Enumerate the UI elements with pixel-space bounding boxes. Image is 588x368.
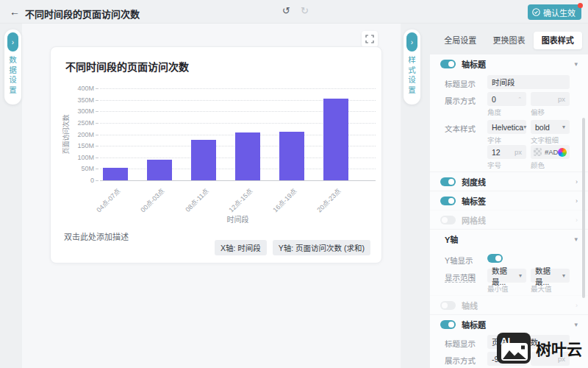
chevron-right-icon[interactable]: ›: [576, 197, 578, 205]
font-color-picker[interactable]: #ADAD: [531, 145, 570, 159]
y-axis-title-toggle[interactable]: [440, 320, 456, 329]
axis-labels-toggle[interactable]: [440, 197, 456, 205]
field-label: 展示方式: [445, 92, 487, 117]
y-tick-label: 0: [66, 177, 94, 184]
y-tick-label: 150M: [66, 142, 94, 149]
x-axis-title: 时间段: [100, 213, 376, 224]
chevron-right-icon[interactable]: ›: [406, 32, 417, 52]
sublabel-min: 最小值: [487, 283, 526, 294]
style-settings-drawer-tab[interactable]: › 样式设置: [404, 29, 420, 105]
panel-scrollbar[interactable]: [582, 118, 585, 298]
stepper-icon[interactable]: ⌃: [517, 96, 522, 102]
color-wheel-icon[interactable]: [558, 148, 567, 157]
x-tick-label: 00点-03点: [138, 186, 166, 214]
font-family-select[interactable]: Helvetica▾: [487, 120, 526, 134]
section-label: 轴标签: [462, 195, 486, 207]
bar[interactable]: [147, 160, 172, 180]
bar[interactable]: [191, 140, 216, 180]
tab-chart-style[interactable]: 图表样式: [534, 32, 582, 49]
check-circle-icon: [532, 8, 540, 16]
sublabel-size: 字号: [487, 160, 526, 170]
bar[interactable]: [235, 132, 260, 180]
caret-down-icon: ▾: [519, 272, 522, 279]
section-label: 轴标题: [462, 319, 486, 330]
redo-icon[interactable]: ↻: [301, 5, 309, 16]
field-display-mode: 展示方式 0⌃ px 角度 偏移: [430, 91, 588, 118]
section-label: Y轴: [445, 233, 458, 245]
section-tick-lines: 刻度线 ›: [430, 171, 588, 191]
caret-down-icon[interactable]: ▾: [574, 321, 578, 328]
y-tick-label: 200M: [66, 131, 94, 138]
section-label: 轴标题: [462, 58, 486, 70]
settings-panel: 全局设置 更换图表 图表样式 轴标题 ▾ 标题显示 时间段 展示方式 0⌃ px: [430, 24, 588, 368]
y-tick-label: 50M: [66, 165, 94, 172]
confirm-apply-button[interactable]: 确认生效: [528, 4, 581, 20]
y-tick-label: 350M: [66, 96, 94, 104]
tick-lines-toggle[interactable]: [440, 177, 456, 186]
gridline: [100, 180, 376, 181]
range-max-select[interactable]: 数据最...▾: [531, 269, 570, 283]
field-label: 标题显示: [445, 75, 487, 89]
fullscreen-icon: [365, 35, 374, 43]
y-tick-mark: [96, 146, 98, 146]
field-text-style: 文本样式 Helvetica▾ bold▾ 字体 文字粗细 12px #ADAD…: [430, 118, 588, 171]
section-label: 刻度线: [462, 176, 486, 188]
description-placeholder[interactable]: 双击此处添加描述: [64, 230, 129, 242]
x-tick-label: 12点-15点: [226, 186, 254, 214]
caret-down-icon: ▾: [562, 124, 565, 130]
chart-card[interactable]: 不同时间段的页面访问次数 400M350M300M250M200M150M100…: [50, 46, 382, 263]
field-label: Y轴显示: [445, 252, 487, 266]
y-axis-display-toggle[interactable]: [487, 254, 503, 263]
x-axis-title-toggle[interactable]: [440, 60, 456, 68]
y-tick-mark: [96, 88, 98, 89]
chevron-right-icon[interactable]: ›: [7, 32, 18, 52]
y-tick-mark: [96, 158, 98, 158]
watermark-brand-text: 树叶云: [536, 337, 582, 359]
x-tick-label: 04点-07点: [94, 186, 122, 214]
data-settings-drawer-tab[interactable]: › 数据设置: [4, 29, 21, 105]
x-offset-input[interactable]: px: [531, 92, 570, 106]
x-angle-input[interactable]: 0⌃: [487, 92, 526, 106]
y-tick-label: 400M: [66, 85, 94, 92]
chevron-right-icon[interactable]: ›: [576, 302, 578, 309]
style-settings-label: 样式设置: [406, 56, 417, 96]
field-label: 显示范围: [445, 269, 487, 294]
ai-image-logo-icon: AI: [497, 333, 531, 364]
watermark: AI 树叶云: [497, 333, 582, 364]
bar[interactable]: [279, 132, 304, 180]
chart-canvas: 不同时间段的页面访问次数 400M350M300M250M200M150M100…: [22, 24, 401, 368]
sublabel-font: 字体: [487, 135, 526, 145]
tab-change-chart[interactable]: 更换图表: [484, 32, 533, 49]
caret-down-icon[interactable]: ▾: [574, 236, 578, 243]
y-tick-mark: [96, 180, 98, 181]
axis-line-toggle[interactable]: [440, 301, 456, 310]
range-min-select[interactable]: 数据最...▾: [487, 269, 526, 283]
section-axis-line: 轴线 ›: [430, 295, 588, 314]
font-weight-select[interactable]: bold▾: [531, 120, 570, 134]
y-tick-mark: [96, 135, 98, 135]
bar[interactable]: [323, 99, 348, 180]
data-settings-label: 数据设置: [7, 56, 18, 96]
field-label: 文本样式: [445, 120, 487, 170]
y-tick-label: 300M: [66, 107, 94, 115]
fullscreen-button[interactable]: [362, 31, 378, 47]
field-label: 标题显示: [445, 335, 487, 349]
notification-dot: [578, 3, 583, 8]
x-title-input[interactable]: 时间段: [487, 75, 570, 89]
tab-global-settings[interactable]: 全局设置: [436, 32, 484, 49]
sublabel-max: 最大值: [531, 283, 570, 294]
y-axis-title: 页面访问次数: [61, 94, 71, 175]
y-tick-label: 100M: [66, 154, 94, 161]
chevron-right-icon[interactable]: ›: [576, 178, 578, 185]
bar[interactable]: [103, 168, 128, 180]
caret-down-icon[interactable]: ▾: [574, 60, 578, 68]
y-tick-mark: [96, 123, 98, 124]
x-axis-field-badge: X轴: 时间段: [215, 240, 267, 255]
section-label: 轴线: [462, 300, 478, 311]
undo-icon[interactable]: ↺: [282, 5, 290, 16]
back-icon[interactable]: ←: [10, 6, 20, 18]
chevron-right-icon[interactable]: ›: [576, 216, 578, 224]
grid-lines-toggle[interactable]: [440, 216, 456, 224]
svg-text:AI: AI: [501, 336, 510, 347]
font-size-input[interactable]: 12px: [487, 145, 526, 159]
